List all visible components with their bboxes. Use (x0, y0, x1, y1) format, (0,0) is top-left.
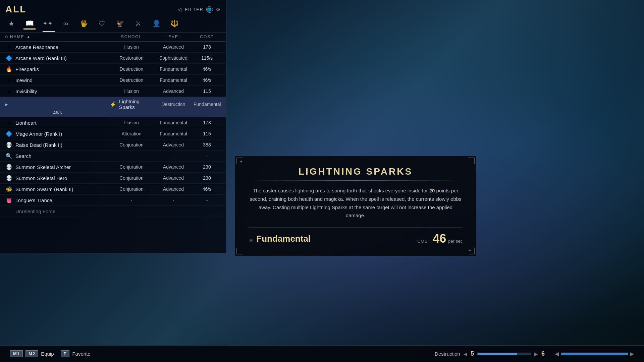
spell-level: Advanced (153, 88, 194, 94)
spell-cost: - (194, 153, 220, 159)
spell-school: Destruction (110, 77, 153, 83)
spell-icon: 🔍 (5, 152, 13, 160)
col-header-cost[interactable]: COST (194, 35, 220, 39)
spell-list-panel: ALL ◁ FILTER 🌐 ⚙ ★ 📖 ✦✦ ∞ 🖐 🛡 🦅 ⚔ 👤 🔱 NA… (0, 0, 226, 253)
spell-icon: ◈ (5, 87, 13, 95)
toolbar-spells[interactable]: 📖 (23, 17, 36, 29)
spell-name: Arcane Ward (Rank III) (15, 55, 67, 61)
table-row[interactable]: ◈ Lionheart Illusion Fundamental 173 (0, 117, 226, 128)
detail-stats: lvl Fundamental COST 46 per sec (249, 227, 463, 246)
second-arrow-right[interactable]: ▶ (630, 351, 634, 357)
table-row[interactable]: ◈ Arcane Resonance Illusion Advanced 173 (0, 42, 226, 53)
level-value: Fundamental (256, 234, 311, 244)
cost-value: 46 (433, 232, 446, 246)
toolbar-swords[interactable]: ⚔ (132, 17, 144, 29)
toolbar-shield[interactable]: 🛡 (96, 17, 108, 29)
spell-school: - (110, 153, 153, 159)
table-row[interactable]: 🔷 Arcane Ward (Rank III) Restoration Sop… (0, 53, 226, 64)
equip-action[interactable]: M1 M2 Equip (10, 350, 54, 357)
spell-icon: 🐝 (5, 185, 13, 193)
toolbar-powers[interactable]: ✦✦ (42, 17, 54, 29)
skill-bar-fill (478, 353, 518, 355)
spell-cost: 115/s (194, 55, 220, 61)
spell-name-cell: 💀 Summon Skeletal Hero (5, 174, 110, 182)
spell-name: Search (15, 153, 32, 159)
spell-name-cell: 🔷 Mage Armor (Rank I) (5, 130, 110, 137)
table-row[interactable]: ◈ Invisibility Illusion Advanced 115 (0, 86, 226, 97)
f-key[interactable]: F (61, 350, 70, 357)
spell-level: Advanced (153, 186, 194, 192)
spell-name: Firesparks (15, 66, 39, 72)
spell-level: Advanced (153, 164, 194, 170)
spell-cost: 46/s (194, 66, 220, 72)
spell-name-cell: ◈ Lionheart (5, 119, 110, 126)
spell-level: Fundamental (153, 120, 194, 125)
spell-icon: ❄ (5, 76, 13, 84)
m1-key[interactable]: M1 (10, 350, 23, 357)
spell-school: Illusion (110, 120, 153, 125)
col-header-level[interactable]: LEVEL (153, 35, 194, 39)
table-row[interactable]: 💀 Summon Skeletal Archer Conjuration Adv… (0, 162, 226, 173)
spell-detail-panel: LIGHTNING SPARKS The caster causes light… (235, 156, 476, 256)
spell-school: Destruction (153, 102, 194, 107)
action-buttons: M1 M2 Equip F Favorite (10, 350, 91, 357)
spell-level: Advanced (153, 175, 194, 181)
col-header-name[interactable]: NAME ▲ (5, 35, 110, 39)
spell-school: Alteration (110, 131, 153, 136)
spell-level: - (153, 153, 194, 159)
spell-level: Fundamental (153, 66, 194, 72)
table-row[interactable]: 🔍 Search - - - (0, 150, 226, 162)
toolbar-shouts[interactable]: ∞ (60, 17, 72, 29)
filter-area: ◁ FILTER 🌐 ⚙ (178, 6, 220, 13)
spell-name-cell: 💀 Raise Dead (Rank II) (5, 141, 110, 148)
table-row[interactable]: 💀 Summon Skeletal Hero Conjuration Advan… (0, 173, 226, 184)
m2-key[interactable]: M2 (25, 350, 38, 357)
filter-globe-icon[interactable]: 🌐 (206, 6, 213, 13)
toolbar-favorites[interactable]: ★ (5, 17, 17, 29)
table-row[interactable]: ⚡ Lightning Sparks Destruction Fundament… (0, 97, 226, 117)
favorite-action[interactable]: F Favorite (61, 350, 91, 357)
spell-name: Invisibility (15, 88, 37, 94)
detail-divider (249, 180, 463, 181)
toolbar-bird[interactable]: 🦅 (114, 17, 126, 29)
category-toolbar: ★ 📖 ✦✦ ∞ 🖐 🛡 🦅 ⚔ 👤 🔱 (0, 15, 226, 33)
settings-icon[interactable]: ⚙ (216, 6, 220, 13)
level-label: lvl (249, 238, 254, 243)
spell-level: - (153, 197, 194, 203)
table-row[interactable]: 👅 Tongue's Trance - - - (0, 195, 226, 206)
second-arrow-left[interactable]: ◀ (555, 351, 559, 357)
nav-left-icon[interactable]: ◁ (178, 7, 182, 12)
spell-name: Summon Skeletal Hero (15, 175, 67, 181)
spell-level: Sophisticated (153, 55, 194, 61)
table-row[interactable]: ❄ Icewind Destruction Fundamental 46/s (0, 75, 226, 86)
detail-cost: COST 46 per sec (417, 232, 463, 246)
skill-arrow-right[interactable]: ▶ (534, 351, 538, 357)
spell-name: Mage Armor (Rank I) (15, 131, 62, 137)
spell-icon: ◈ (5, 43, 13, 51)
col-header-school[interactable]: SCHOOL (110, 35, 153, 39)
toolbar-face[interactable]: 👤 (150, 17, 162, 29)
spell-school: Illusion (110, 44, 153, 50)
spell-level: Fundamental (153, 131, 194, 136)
spell-school: - (110, 197, 153, 203)
active-tab-indicator (43, 31, 55, 32)
table-row[interactable]: 💀 Raise Dead (Rank II) Conjuration Advan… (0, 139, 226, 150)
table-row[interactable]: 🐝 Summon Swarm (Rank II) Conjuration Adv… (0, 184, 226, 195)
equip-label: Equip (41, 351, 54, 357)
table-row[interactable]: 🔷 Mage Armor (Rank I) Alteration Fundame… (0, 128, 226, 139)
spell-list: ◈ Arcane Resonance Illusion Advanced 173… (0, 42, 226, 243)
spell-level: Advanced (153, 142, 194, 147)
toolbar-crest[interactable]: 🔱 (168, 17, 180, 29)
detail-description: The caster causes lightning arcs to spri… (249, 187, 463, 220)
column-headers: NAME ▲ SCHOOL LEVEL COST (0, 33, 226, 42)
skill-arrow-left[interactable]: ◀ (464, 351, 467, 357)
table-row[interactable]: 🔥 Firesparks Destruction Fundamental 46/… (0, 64, 226, 75)
spell-school: Restoration (110, 55, 153, 61)
spell-school: Conjuration (110, 186, 153, 192)
toolbar-hand[interactable]: 🖐 (78, 17, 90, 29)
spell-cost: 115 (194, 131, 220, 136)
spell-school: Destruction (110, 66, 153, 72)
sort-indicator (5, 36, 8, 38)
spell-name-cell: ❄ Icewind (5, 76, 110, 84)
table-row[interactable]: ≈ Unrelenting Force (0, 206, 226, 217)
